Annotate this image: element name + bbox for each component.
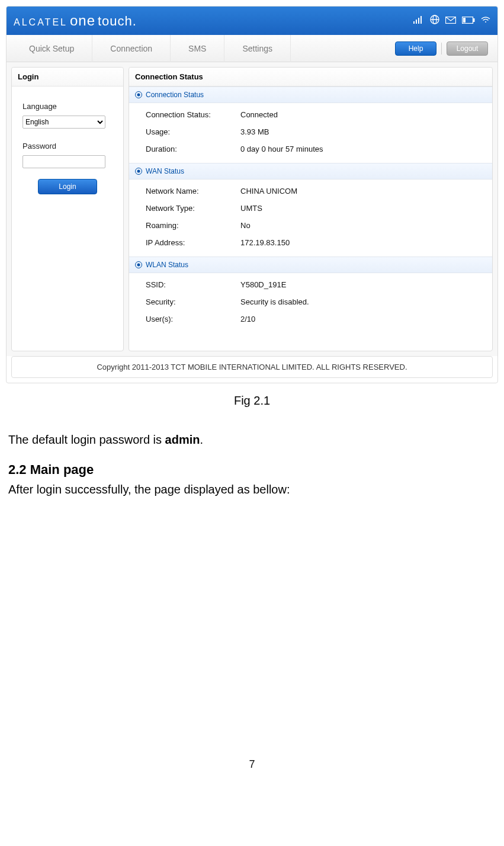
target-icon	[135, 261, 142, 268]
doc-after-login-line: After login successfully, the page displ…	[8, 481, 498, 498]
globe-icon	[430, 15, 439, 27]
conn-status-key: Connection Status:	[146, 110, 240, 119]
wan-name-key: Network Name:	[146, 187, 240, 196]
brand-one: one	[70, 12, 95, 29]
wan-ip-key: IP Address:	[146, 238, 240, 247]
wlan-ssid-val: Y580D_191E	[240, 280, 286, 289]
button-divider	[441, 43, 442, 55]
router-admin-screenshot: ALCATEL one touch.	[6, 6, 498, 383]
topbar: ALCATEL one touch.	[7, 7, 497, 35]
wan-type-key: Network Type:	[146, 204, 240, 213]
wan-roaming-val: No	[240, 221, 251, 230]
doc-line1-post: .	[200, 433, 204, 446]
message-icon	[445, 15, 456, 26]
tab-sms[interactable]: SMS	[171, 35, 224, 62]
section-head-wan: WAN Status	[129, 163, 492, 180]
status-panel-title: Connection Status	[129, 68, 492, 86]
target-icon	[135, 168, 142, 175]
brand-alcatel: ALCATEL	[14, 17, 68, 28]
svg-rect-9	[473, 18, 475, 22]
wlan-ssid-key: SSID:	[146, 280, 240, 289]
page-number: 7	[6, 758, 498, 771]
section-head-connection: Connection Status	[129, 86, 492, 103]
wlan-users-key: User(s):	[146, 315, 240, 323]
logout-button[interactable]: Logout	[447, 41, 488, 56]
conn-duration-key: Duration:	[146, 145, 240, 153]
section-title-wlan: WLAN Status	[146, 261, 188, 269]
conn-usage-val: 3.93 MB	[240, 127, 269, 136]
password-input[interactable]	[23, 155, 105, 168]
section-title-wan: WAN Status	[146, 167, 184, 175]
wan-ip-val: 172.19.83.150	[240, 238, 290, 247]
wan-roaming-key: Roaming:	[146, 221, 240, 230]
status-icons	[413, 15, 490, 27]
doc-line1-bold: admin	[165, 433, 200, 446]
doc-line1-pre: The default login password is	[8, 433, 165, 446]
login-panel: Login Language English Password Login	[11, 67, 124, 351]
login-panel-title: Login	[12, 68, 123, 86]
language-label: Language	[23, 102, 113, 111]
language-select[interactable]: English	[23, 116, 105, 129]
tab-settings[interactable]: Settings	[224, 35, 291, 62]
wifi-icon	[481, 15, 490, 27]
wlan-users-val: 2/10	[240, 315, 255, 323]
wan-name-val: CHINA UNICOM	[240, 187, 297, 196]
svg-rect-1	[416, 20, 417, 24]
tab-quick-setup[interactable]: Quick Setup	[11, 35, 92, 62]
svg-rect-0	[413, 21, 415, 24]
status-panel: Connection Status Connection Status Conn…	[129, 67, 493, 351]
doc-default-password-line: The default login password is admin.	[8, 431, 498, 448]
svg-rect-10	[463, 18, 466, 23]
tab-connection[interactable]: Connection	[92, 35, 171, 62]
doc-heading-main-page: 2.2 Main page	[8, 462, 498, 478]
password-label: Password	[23, 142, 113, 150]
wlan-security-key: Security:	[146, 297, 240, 306]
section-head-wlan: WLAN Status	[129, 257, 492, 273]
login-button[interactable]: Login	[38, 179, 97, 194]
conn-status-val: Connected	[240, 110, 278, 119]
svg-rect-2	[418, 18, 419, 24]
wlan-security-val: Security is disabled.	[240, 297, 309, 306]
brand-logo: ALCATEL one touch.	[14, 12, 137, 29]
section-title-connection: Connection Status	[146, 91, 204, 99]
conn-usage-key: Usage:	[146, 127, 240, 136]
help-button[interactable]: Help	[395, 41, 436, 56]
signal-icon	[413, 15, 424, 26]
svg-rect-3	[420, 16, 422, 24]
figure-caption: Fig 2.1	[6, 394, 498, 408]
target-icon	[135, 91, 142, 98]
conn-duration-val: 0 day 0 hour 57 minutes	[240, 145, 323, 153]
battery-icon	[462, 15, 475, 26]
navbar: Quick Setup Connection SMS Settings Help…	[7, 35, 497, 62]
brand-touch: touch.	[98, 14, 137, 29]
copyright-footer: Copyright 2011-2013 TCT MOBILE INTERNATI…	[11, 356, 493, 378]
wan-type-val: UMTS	[240, 204, 262, 213]
